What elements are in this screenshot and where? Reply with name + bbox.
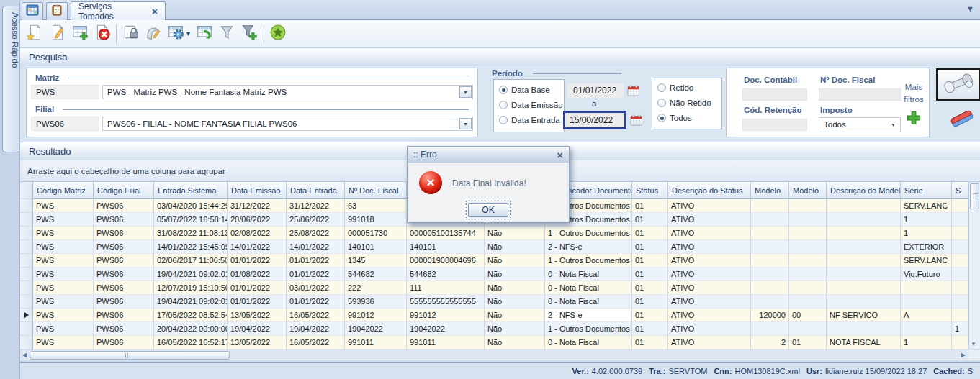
radio-nao-retido[interactable]: Não Retido [657, 99, 711, 107]
toolbar-button-add-filter-icon[interactable] [238, 22, 261, 45]
grid-cell[interactable] [901, 295, 952, 309]
grid-cell[interactable]: 19/04/2022 [287, 322, 345, 336]
grid-cell[interactable]: 01 [632, 336, 668, 350]
grid-cell[interactable] [751, 199, 789, 213]
grid-cell[interactable]: 1 - Outros Documentos [545, 227, 632, 240]
toolbar-button-audit-log-icon[interactable] [142, 22, 164, 45]
grid-cell[interactable]: 1 [901, 336, 952, 350]
grid-cell[interactable]: 17/05/2022 08:52:54 [154, 309, 228, 322]
doc-contabil-input[interactable] [742, 88, 807, 101]
grid-cell[interactable]: PWS [33, 199, 94, 213]
grid-cell[interactable] [751, 213, 789, 227]
grid-cell[interactable]: 31/12/2022 [228, 199, 287, 213]
grid-cell[interactable]: 2 - NFS-e [545, 240, 632, 254]
grid-cell[interactable]: 991011 [407, 336, 485, 350]
grid-cell[interactable]: Não [485, 254, 545, 268]
grid-cell[interactable]: 01 [632, 240, 668, 254]
grid-cell[interactable]: 05/07/2022 16:58:14 [154, 213, 228, 227]
toolbar-button-grid-settings-icon[interactable] [164, 22, 186, 45]
grid-row[interactable]: PWSPWS0620/04/2022 00:00:0019/04/202219/… [20, 322, 968, 336]
grid-cell[interactable]: NF SERVICO [827, 309, 901, 322]
grid-cell[interactable]: 25/06/2022 [287, 213, 345, 227]
grid-cell[interactable] [789, 254, 827, 268]
grid-cell[interactable]: PWS06 [94, 227, 154, 240]
grid-cell[interactable]: PWS [33, 213, 94, 227]
tab-checklist[interactable] [46, 2, 68, 20]
grid-cell[interactable]: 000001900004696 [407, 254, 485, 268]
grid-cell[interactable]: 222 [345, 281, 407, 295]
vertical-scrollbar[interactable]: ▼ [968, 182, 980, 349]
grid-cell[interactable] [751, 322, 789, 336]
row-selector-cell[interactable] [20, 227, 33, 240]
grid-cell[interactable]: 991018 [345, 213, 407, 227]
grid-cell[interactable]: PWS [33, 254, 94, 268]
grid-cell[interactable]: 555555555555555 [407, 295, 485, 309]
grid-cell[interactable] [952, 213, 968, 227]
grid-cell[interactable]: 01 [632, 213, 668, 227]
grid-cell[interactable]: 13/05/2022 [228, 336, 287, 350]
grid-cell[interactable]: 2 - NFS-e [545, 309, 632, 322]
grid-cell[interactable]: 01/01/2022 [287, 295, 345, 309]
grid-cell[interactable]: ATIVO [668, 268, 751, 281]
grid-cell[interactable]: 991012 [407, 309, 485, 322]
grid-header-descricao-do-status[interactable]: Descrição do Status [668, 182, 751, 199]
grid-cell[interactable]: 01/01/2022 [228, 281, 287, 295]
grid-cell[interactable]: Não [485, 268, 545, 281]
scroll-left-icon[interactable]: ◀ [22, 352, 27, 358]
toolbar-dropdown-caret-icon[interactable]: ▼ [185, 30, 192, 37]
toolbar-button-insert-record-icon[interactable] [68, 22, 91, 45]
toolbar-button-filter-icon[interactable] [216, 22, 238, 45]
scroll-right-icon[interactable]: ▶ [961, 352, 966, 358]
grid-cell[interactable] [789, 199, 827, 213]
grid-cell[interactable]: ATIVO [668, 309, 751, 322]
row-selector-cell[interactable] [20, 295, 33, 309]
grid-header-data-entrada[interactable]: Data Entrada [287, 182, 345, 199]
grid-cell[interactable] [751, 240, 789, 254]
grid-cell[interactable]: 01/01/2022 [228, 254, 287, 268]
row-selector-cell[interactable] [20, 240, 33, 254]
grid-cell[interactable]: ATIVO [668, 199, 751, 213]
grid-cell[interactable]: PWS06 [94, 281, 154, 295]
grid-cell[interactable] [827, 322, 901, 336]
radio-data-base[interactable]: Data Base [499, 86, 550, 94]
grid-cell[interactable]: PWS [33, 227, 94, 240]
add-filter-plus-icon[interactable] [906, 110, 923, 127]
radio-nao-retido-icon[interactable] [657, 99, 666, 107]
radio-todos-icon[interactable] [657, 114, 666, 122]
grid-cell[interactable]: 01/01/2022 [287, 254, 345, 268]
dialog-close-icon[interactable]: × [557, 150, 563, 160]
grid-cell[interactable]: PWS06 [94, 309, 154, 322]
filial-code-input[interactable]: PWS06 [31, 117, 99, 131]
grid-cell[interactable]: 03/01/2022 [287, 281, 345, 295]
radio-retido-icon[interactable] [657, 83, 666, 92]
pesquisa-panel-header[interactable]: Pesquisa [20, 47, 980, 66]
grid-cell[interactable] [751, 295, 789, 309]
grid-cell[interactable]: 0 - Nota Fiscal [545, 281, 632, 295]
grid-cell[interactable]: 01 [632, 254, 668, 268]
grid-cell[interactable]: ATIVO [668, 254, 751, 268]
matriz-code-input[interactable]: PWS [31, 85, 99, 99]
grid-header-modelo[interactable]: Modelo [751, 182, 789, 199]
date-from-calendar-icon[interactable] [626, 84, 641, 97]
ok-button[interactable]: OK [468, 203, 508, 217]
row-selector-cell[interactable] [20, 199, 33, 213]
grid-cell[interactable]: PWS06 [94, 268, 154, 281]
grid-cell[interactable]: 14/01/2022 [228, 240, 287, 254]
tab-close-icon[interactable]: × [152, 6, 158, 17]
grid-cell[interactable]: 1 [901, 227, 952, 240]
grid-cell[interactable]: 19/04/2022 [228, 322, 287, 336]
grid-cell[interactable]: ATIVO [668, 336, 751, 350]
num-doc-fiscal-input[interactable] [819, 88, 901, 101]
grid-cell[interactable]: Não [485, 322, 545, 336]
grid-row[interactable]: PWSPWS0619/04/2021 09:02:0101/08/202201/… [20, 268, 968, 281]
grid-cell[interactable]: 01/08/2022 [228, 268, 287, 281]
scroll-down-icon[interactable]: ▼ [971, 341, 976, 347]
grid-cell[interactable]: 991012 [345, 309, 407, 322]
clear-filters-button[interactable] [944, 106, 980, 134]
toolbar-button-delete-record-icon[interactable] [91, 22, 113, 45]
grid-cell[interactable]: 140101 [345, 240, 407, 254]
quick-access-tab[interactable]: Acesso Rápido [2, 6, 19, 152]
grid-cell[interactable]: PWS06 [94, 336, 154, 350]
row-selector-cell[interactable] [20, 254, 33, 268]
grid-cell[interactable]: 01 [632, 281, 668, 295]
